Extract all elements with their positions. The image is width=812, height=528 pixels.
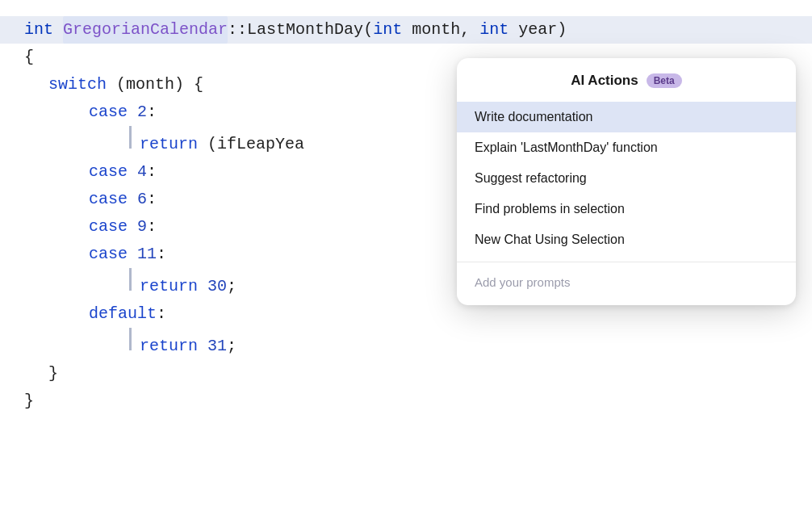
menu-item-refactor[interactable]: Suggest refactoring [457,163,796,194]
beta-badge: Beta [647,73,682,88]
class-name: GregorianCalendar [63,16,228,44]
code-line-14: } [0,388,812,415]
code-line-13: } [0,360,812,388]
ai-actions-panel: AI Actions Beta Write documentation Expl… [457,58,796,305]
vertical-bar-3 [129,328,132,350]
code-line-1: int GregorianCalendar :: LastMonthDay ( … [0,16,812,44]
ai-panel-title: AI Actions [571,73,638,89]
code-line-12: return 31 ; [0,328,812,360]
vertical-bar-2 [129,268,132,291]
menu-item-write-doc[interactable]: Write documentation [457,102,796,132]
menu-item-explain[interactable]: Explain 'LastMonthDay' function [457,132,796,163]
panel-divider [457,262,796,262]
add-prompts-button[interactable]: Add your prompts [457,269,588,295]
ai-panel-header: AI Actions Beta [457,73,796,89]
function-name: LastMonthDay [247,16,363,44]
vertical-bar [129,126,132,149]
keyword-int: int [24,16,53,44]
menu-item-new-chat[interactable]: New Chat Using Selection [457,224,796,255]
menu-item-find-problems[interactable]: Find problems in selection [457,194,796,224]
